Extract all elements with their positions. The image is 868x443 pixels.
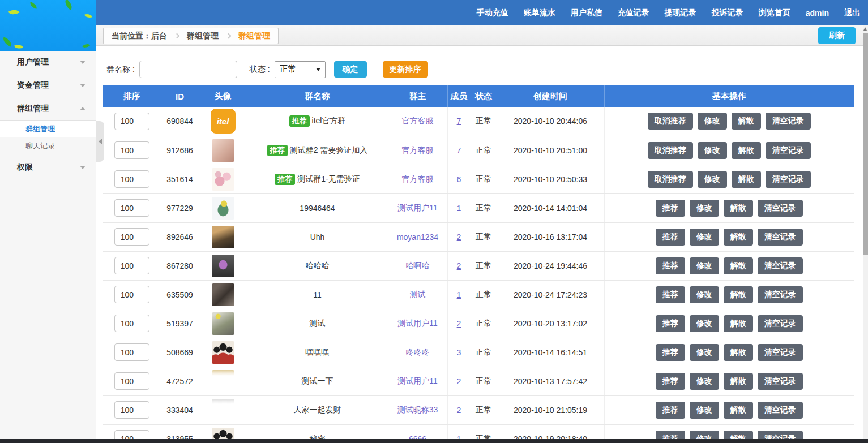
sort-input[interactable] [114, 343, 149, 361]
breadcrumb-item[interactable]: 群组管理 [187, 31, 219, 41]
topnav-logout[interactable]: 退出 [844, 8, 860, 18]
recommend-button[interactable]: 推荐 [656, 315, 685, 332]
sidebar-collapse-handle[interactable] [96, 121, 104, 162]
dissolve-button[interactable]: 解散 [724, 315, 753, 332]
topnav-item-3[interactable]: 充值记录 [618, 8, 649, 18]
clear-records-button[interactable]: 清空记录 [758, 257, 803, 274]
sort-input[interactable] [114, 199, 149, 217]
cancel-recommend-button[interactable]: 取消推荐 [648, 142, 693, 159]
modify-button[interactable]: 修改 [690, 344, 719, 361]
sidebar-section-1[interactable]: 资金管理 [0, 74, 96, 97]
dissolve-button[interactable]: 解散 [724, 200, 753, 217]
dissolve-button[interactable]: 解散 [732, 171, 761, 188]
members-count-link[interactable]: 1 [457, 290, 461, 299]
members-count-link[interactable]: 1 [457, 204, 461, 213]
owner-link[interactable]: 官方客服 [402, 145, 434, 154]
topnav-item-2[interactable]: 用户私信 [571, 8, 602, 18]
sidebar-section-3[interactable]: 权限 [0, 156, 96, 179]
recommend-button[interactable]: 推荐 [656, 200, 685, 217]
recommend-button[interactable]: 推荐 [656, 344, 685, 361]
topnav-item-1[interactable]: 账单流水 [524, 8, 555, 18]
clear-records-button[interactable]: 清空记录 [758, 315, 803, 332]
sort-input[interactable] [114, 372, 149, 390]
clear-records-button[interactable]: 清空记录 [766, 171, 811, 188]
sort-input[interactable] [114, 401, 149, 419]
topnav-item-0[interactable]: 手动充值 [477, 8, 508, 18]
scroll-up-arrow-icon[interactable] [863, 27, 867, 31]
modify-button[interactable]: 修改 [690, 286, 719, 303]
cancel-recommend-button[interactable]: 取消推荐 [648, 113, 693, 130]
dissolve-button[interactable]: 解散 [732, 142, 761, 159]
clear-records-button[interactable]: 清空记录 [758, 402, 803, 419]
owner-link[interactable]: 官方客服 [402, 174, 434, 183]
modify-button[interactable]: 修改 [698, 113, 727, 130]
topnav-item-6[interactable]: 浏览首页 [759, 8, 790, 18]
sort-input[interactable] [114, 286, 149, 303]
members-count-link[interactable]: 6 [457, 175, 461, 184]
members-count-link[interactable]: 2 [457, 319, 461, 328]
sort-input[interactable] [114, 257, 149, 274]
owner-link[interactable]: 官方客服 [402, 116, 434, 125]
owner-link[interactable]: 哈啊哈 [406, 261, 430, 270]
group-name-input[interactable] [139, 61, 237, 78]
sort-input[interactable] [114, 315, 149, 332]
topnav-item-4[interactable]: 提现记录 [665, 8, 696, 18]
members-count-link[interactable]: 2 [457, 377, 461, 386]
owner-link[interactable]: 测试用户11 [397, 376, 438, 385]
dissolve-button[interactable]: 解散 [724, 344, 753, 361]
sidebar-subitem-2-0[interactable]: 群组管理 [0, 121, 96, 137]
members-count-link[interactable]: 2 [457, 406, 461, 415]
owner-link[interactable]: moyan1234 [397, 233, 438, 242]
recommend-button[interactable]: 推荐 [656, 257, 685, 274]
clear-records-button[interactable]: 清空记录 [758, 229, 803, 246]
sort-input[interactable] [114, 113, 149, 130]
topnav-admin[interactable]: admin [806, 8, 829, 18]
owner-link[interactable]: 测试昵称33 [397, 405, 438, 414]
sidebar-section-2[interactable]: 群组管理 [0, 97, 96, 121]
modify-button[interactable]: 修改 [698, 142, 727, 159]
dissolve-button[interactable]: 解散 [724, 286, 753, 303]
clear-records-button[interactable]: 清空记录 [758, 286, 803, 303]
owner-link[interactable]: 测试用户11 [397, 203, 438, 212]
modify-button[interactable]: 修改 [690, 257, 719, 274]
breadcrumb-item[interactable]: 群组管理 [238, 31, 270, 41]
status-select[interactable]: 正常 [275, 61, 326, 78]
owner-link[interactable]: 测试 [410, 290, 426, 299]
recommend-button[interactable]: 推荐 [656, 402, 685, 419]
vertical-scrollbar[interactable] [863, 25, 868, 443]
modify-button[interactable]: 修改 [698, 171, 727, 188]
owner-link[interactable]: 测试用户11 [397, 319, 438, 328]
clear-records-button[interactable]: 清空记录 [758, 200, 803, 217]
sidebar-section-0[interactable]: 用户管理 [0, 51, 96, 74]
recommend-button[interactable]: 推荐 [656, 286, 685, 303]
sort-input[interactable] [114, 141, 149, 159]
modify-button[interactable]: 修改 [690, 402, 719, 419]
modify-button[interactable]: 修改 [690, 200, 719, 217]
sort-input[interactable] [114, 228, 149, 246]
topnav-item-5[interactable]: 投诉记录 [712, 8, 743, 18]
clear-records-button[interactable]: 清空记录 [766, 113, 811, 130]
sort-input[interactable] [114, 170, 149, 188]
members-count-link[interactable]: 2 [457, 261, 461, 270]
recommend-button[interactable]: 推荐 [656, 229, 685, 246]
dissolve-button[interactable]: 解散 [724, 229, 753, 246]
dissolve-button[interactable]: 解散 [732, 113, 761, 130]
modify-button[interactable]: 修改 [690, 373, 719, 390]
members-count-link[interactable]: 7 [457, 117, 461, 126]
members-count-link[interactable]: 7 [457, 146, 461, 155]
update-sort-button[interactable]: 更新排序 [383, 61, 428, 78]
refresh-button[interactable]: 刷新 [818, 27, 856, 44]
confirm-button[interactable]: 确定 [334, 61, 367, 78]
members-count-link[interactable]: 2 [457, 233, 461, 242]
dissolve-button[interactable]: 解散 [724, 402, 753, 419]
dissolve-button[interactable]: 解散 [724, 257, 753, 274]
recommend-button[interactable]: 推荐 [656, 373, 685, 390]
clear-records-button[interactable]: 清空记录 [766, 142, 811, 159]
owner-link[interactable]: 咚咚咚 [406, 347, 430, 356]
modify-button[interactable]: 修改 [690, 229, 719, 246]
scrollbar-thumb[interactable] [863, 33, 868, 255]
clear-records-button[interactable]: 清空记录 [758, 344, 803, 361]
cancel-recommend-button[interactable]: 取消推荐 [648, 171, 693, 188]
members-count-link[interactable]: 3 [457, 348, 461, 357]
dissolve-button[interactable]: 解散 [724, 373, 753, 390]
